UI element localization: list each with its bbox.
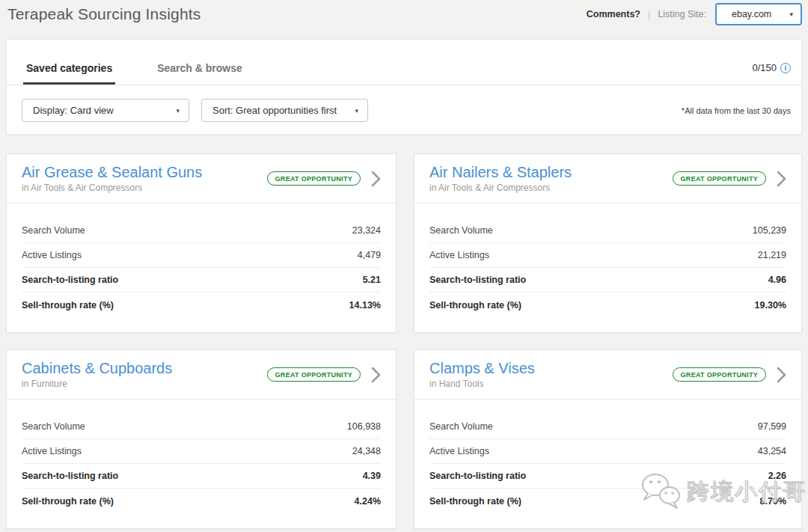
stat-value: 23,324: [352, 225, 381, 236]
chevron-right-icon[interactable]: [777, 171, 786, 187]
stat-label: Search-to-listing ratio: [22, 275, 118, 285]
stat-value: 106,938: [347, 421, 381, 432]
stat-row: Search-to-listing ratio 5.21: [22, 268, 381, 293]
saved-counter: 0/150 i: [752, 62, 791, 85]
sort-dropdown[interactable]: Sort: Great opportunities first ▾: [201, 99, 368, 122]
stat-value: 4.24%: [355, 496, 381, 507]
stat-row: Search Volume 105,239: [429, 218, 786, 243]
category-card[interactable]: Cabinets & Cupboards in Furniture GREAT …: [6, 349, 397, 529]
listing-site-label: Listing Site:: [658, 9, 706, 19]
stat-label: Active Listings: [429, 446, 489, 456]
stat-row: Search Volume 106,938: [22, 415, 381, 439]
card-category: in Furniture: [22, 379, 172, 389]
data-range-note: *All data from the last 30 days: [682, 106, 791, 115]
stat-row: Sell-through rate (%) 4.24%: [22, 489, 381, 513]
sort-dropdown-value: Sort: Great opportunities first: [212, 105, 337, 116]
opportunity-badge: GREAT OPPORTUNITY: [673, 171, 766, 186]
stat-row: Search Volume 97,599: [429, 415, 786, 439]
stat-label: Search Volume: [22, 421, 85, 432]
comments-link[interactable]: Comments?: [587, 9, 640, 19]
card-header: Cabinets & Cupboards in Furniture GREAT …: [7, 350, 396, 400]
toolbar-panel: Saved categories Search & browse 0/150 i…: [6, 39, 802, 135]
stat-label: Sell-through rate (%): [22, 496, 114, 507]
cards-grid: Air Grease & Sealant Guns in Air Tools &…: [6, 153, 802, 529]
opportunity-badge: GREAT OPPORTUNITY: [673, 367, 766, 382]
stat-value: 24,348: [352, 446, 381, 456]
card-header: Clamps & Vises in Hand Tools GREAT OPPOR…: [414, 350, 801, 400]
caret-down-icon: ▾: [355, 107, 358, 114]
stat-row: Sell-through rate (%) 19.30%: [429, 293, 786, 317]
stat-value: 14.13%: [349, 300, 381, 311]
display-dropdown[interactable]: Display: Card view ▾: [22, 99, 189, 122]
stat-row: Active Listings 4,479: [22, 243, 381, 268]
category-card[interactable]: Air Nailers & Staplers in Air Tools & Ai…: [414, 153, 802, 333]
card-category: in Hand Tools: [429, 379, 535, 389]
category-card[interactable]: Air Grease & Sealant Guns in Air Tools &…: [6, 153, 397, 333]
chevron-right-icon[interactable]: [371, 171, 381, 187]
stat-label: Active Listings: [22, 250, 82, 260]
header-separator: |: [648, 9, 650, 20]
stat-label: Search Volume: [22, 225, 85, 236]
stat-label: Search-to-listing ratio: [429, 471, 526, 481]
stat-value: 2.26: [768, 471, 786, 481]
tab-saved-categories[interactable]: Saved categories: [23, 62, 115, 85]
stat-value: 4.96: [768, 275, 786, 285]
category-card[interactable]: Clamps & Vises in Hand Tools GREAT OPPOR…: [414, 349, 802, 529]
card-title[interactable]: Cabinets & Cupboards: [22, 360, 172, 377]
stat-value: 5.21: [363, 275, 381, 285]
stat-row: Active Listings 24,348: [22, 439, 381, 464]
caret-down-icon: ▾: [176, 107, 180, 114]
info-icon[interactable]: i: [780, 63, 791, 73]
tab-search-browse[interactable]: Search & browse: [154, 62, 245, 85]
card-stats: Search Volume 106,938 Active Listings 24…: [7, 400, 396, 513]
header-right: Comments? | Listing Site: ebay.com ▾: [587, 0, 802, 28]
card-header: Air Nailers & Staplers in Air Tools & Ai…: [414, 154, 801, 204]
stat-row: Active Listings 43,254: [429, 439, 786, 464]
stat-label: Search-to-listing ratio: [22, 471, 118, 481]
stat-label: Sell-through rate (%): [22, 300, 114, 311]
caret-down-icon: ▾: [789, 10, 793, 18]
stat-value: 8.79%: [760, 496, 786, 507]
stat-value: 4,479: [358, 250, 381, 260]
stat-value: 43,254: [758, 446, 786, 456]
stat-row: Search-to-listing ratio 2.26: [429, 464, 786, 489]
stat-value: 105,239: [753, 225, 786, 236]
stat-row: Search-to-listing ratio 4.39: [22, 464, 381, 489]
filters-row: Display: Card view ▾ Sort: Great opportu…: [7, 85, 801, 122]
stat-label: Search Volume: [429, 421, 493, 432]
stat-value: 19.30%: [755, 300, 786, 311]
stat-label: Active Listings: [22, 446, 82, 456]
listing-site-value: ebay.com: [732, 9, 771, 19]
card-category: in Air Tools & Air Compressors: [22, 183, 202, 193]
stat-row: Search-to-listing ratio 4.96: [429, 268, 786, 293]
stat-row: Sell-through rate (%) 14.13%: [22, 293, 381, 317]
card-title[interactable]: Clamps & Vises: [429, 360, 535, 377]
stat-value: 21,219: [758, 250, 786, 260]
stat-label: Active Listings: [429, 250, 489, 260]
card-category: in Air Tools & Air Compressors: [429, 183, 572, 193]
page-title: Terapeak Sourcing Insights: [7, 5, 201, 23]
tabs-row: Saved categories Search & browse 0/150 i: [7, 40, 801, 85]
card-stats: Search Volume 23,324 Active Listings 4,4…: [7, 204, 396, 317]
stat-row: Search Volume 23,324: [22, 218, 381, 243]
card-header: Air Grease & Sealant Guns in Air Tools &…: [7, 154, 396, 204]
stat-label: Sell-through rate (%): [429, 496, 521, 507]
stat-label: Search-to-listing ratio: [429, 275, 526, 285]
chevron-right-icon[interactable]: [777, 367, 786, 383]
stat-value: 97,599: [758, 421, 786, 432]
stat-value: 4.39: [363, 471, 381, 481]
saved-counter-value: 0/150: [752, 62, 777, 73]
stat-row: Sell-through rate (%) 8.79%: [429, 489, 786, 513]
opportunity-badge: GREAT OPPORTUNITY: [267, 171, 361, 186]
card-title[interactable]: Air Nailers & Staplers: [429, 164, 572, 181]
stat-label: Sell-through rate (%): [429, 300, 521, 311]
stat-row: Active Listings 21,219: [429, 243, 786, 268]
display-dropdown-value: Display: Card view: [33, 105, 114, 116]
listing-site-dropdown[interactable]: ebay.com ▾: [715, 3, 802, 25]
card-stats: Search Volume 97,599 Active Listings 43,…: [414, 400, 801, 513]
opportunity-badge: GREAT OPPORTUNITY: [267, 367, 361, 382]
chevron-right-icon[interactable]: [371, 367, 381, 383]
stat-label: Search Volume: [429, 225, 493, 236]
card-stats: Search Volume 105,239 Active Listings 21…: [414, 204, 801, 317]
card-title[interactable]: Air Grease & Sealant Guns: [22, 164, 202, 181]
